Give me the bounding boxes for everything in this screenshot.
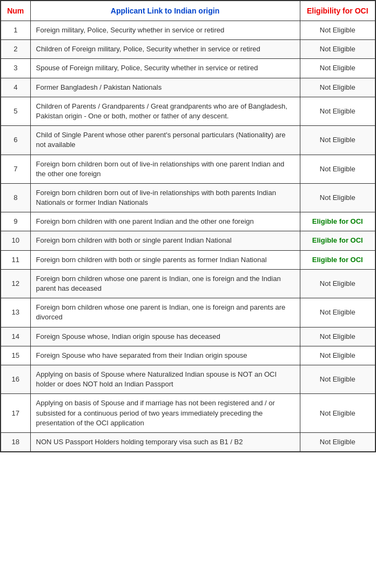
row-eligibility: Not Eligible: [300, 394, 375, 433]
row-num: 13: [1, 298, 30, 327]
row-eligibility: Not Eligible: [300, 269, 375, 298]
row-num: 3: [1, 59, 30, 78]
table-row: 5Children of Parents / Grandparents / Gr…: [1, 97, 375, 125]
row-num: 4: [1, 78, 30, 97]
row-num: 10: [1, 231, 30, 250]
row-description: Foreign born children born out of live-i…: [30, 155, 300, 183]
row-num: 1: [1, 21, 30, 40]
row-eligibility: Not Eligible: [300, 432, 375, 452]
row-eligibility: Eligible for OCI: [300, 231, 375, 250]
row-eligibility: Not Eligible: [300, 78, 375, 97]
row-description: Applying on basis of Spouse and if marri…: [30, 394, 300, 433]
table-row: 16Applying on basis of Spouse where Natu…: [1, 365, 375, 393]
row-num: 7: [1, 155, 30, 183]
table-row: 12Foreign born children whose one parent…: [1, 269, 375, 298]
row-eligibility: Not Eligible: [300, 183, 375, 212]
row-num: 16: [1, 365, 30, 393]
row-num: 9: [1, 212, 30, 231]
row-eligibility: Not Eligible: [300, 346, 375, 365]
table-row: 11Foreign born children with both or sin…: [1, 250, 375, 269]
row-description: NON US Passport Holders holding temporar…: [30, 432, 300, 452]
row-description: Spouse of Foreign military, Police, Secu…: [30, 59, 300, 78]
oci-eligibility-table: Num Applicant Link to Indian origin Elig…: [0, 0, 376, 452]
row-description: Foreign born children born out of live-i…: [30, 183, 300, 212]
table-row: 15Foreign Spouse who have separated from…: [1, 346, 375, 365]
row-description: Foreign born children with both or singl…: [30, 231, 300, 250]
col-header-applicant-link: Applicant Link to Indian origin: [30, 1, 300, 21]
table-row: 3Spouse of Foreign military, Police, Sec…: [1, 59, 375, 78]
table-row: 8Foreign born children born out of live-…: [1, 183, 375, 212]
row-num: 6: [1, 126, 30, 155]
row-description: Applying on basis of Spouse where Natura…: [30, 365, 300, 393]
row-description: Children of Foreign military, Police, Se…: [30, 40, 300, 59]
row-eligibility: Not Eligible: [300, 21, 375, 40]
table-row: 14 Foreign Spouse whose, Indian origin s…: [1, 327, 375, 346]
row-description: Foreign born children whose one parent i…: [30, 298, 300, 327]
row-num: 5: [1, 97, 30, 125]
row-num: 2: [1, 40, 30, 59]
row-num: 18: [1, 432, 30, 452]
row-description: Foreign born children with both or singl…: [30, 250, 300, 269]
row-description: Former Bangladesh / Pakistan Nationals: [30, 78, 300, 97]
table-row: 4Former Bangladesh / Pakistan NationalsN…: [1, 78, 375, 97]
table-row: 1Foreign military, Police, Security whet…: [1, 21, 375, 40]
row-description: Children of Parents / Grandparents / Gre…: [30, 97, 300, 125]
table-row: 7Foreign born children born out of live-…: [1, 155, 375, 183]
row-eligibility: Not Eligible: [300, 126, 375, 155]
col-header-num: Num: [1, 1, 30, 21]
row-eligibility: Not Eligible: [300, 298, 375, 327]
table-row: 10Foreign born children with both or sin…: [1, 231, 375, 250]
row-eligibility: Eligible for OCI: [300, 250, 375, 269]
row-eligibility: Not Eligible: [300, 155, 375, 183]
row-eligibility: Not Eligible: [300, 59, 375, 78]
row-description: Foreign Spouse whose, Indian origin spou…: [30, 327, 300, 346]
row-eligibility: Not Eligible: [300, 97, 375, 125]
table-row: 17Applying on basis of Spouse and if mar…: [1, 394, 375, 433]
row-num: 12: [1, 269, 30, 298]
row-eligibility: Not Eligible: [300, 327, 375, 346]
row-num: 11: [1, 250, 30, 269]
row-num: 8: [1, 183, 30, 212]
table-row: 2Children of Foreign military, Police, S…: [1, 40, 375, 59]
row-description: Foreign military, Police, Security wheth…: [30, 21, 300, 40]
col-header-eligibility: Eligibility for OCI: [300, 1, 375, 21]
row-eligibility: Not Eligible: [300, 40, 375, 59]
table-row: 6Child of Single Parent whose other pare…: [1, 126, 375, 155]
row-num: 15: [1, 346, 30, 365]
table-row: 9Foreign born children with one parent I…: [1, 212, 375, 231]
row-num: 17: [1, 394, 30, 433]
row-num: 14: [1, 327, 30, 346]
row-eligibility: Eligible for OCI: [300, 212, 375, 231]
row-description: Foreign Spouse who have separated from t…: [30, 346, 300, 365]
table-row: 18NON US Passport Holders holding tempor…: [1, 432, 375, 452]
table-row: 13Foreign born children whose one parent…: [1, 298, 375, 327]
row-description: Child of Single Parent whose other paren…: [30, 126, 300, 155]
row-eligibility: Not Eligible: [300, 365, 375, 393]
row-description: Foreign born children with one parent In…: [30, 212, 300, 231]
row-description: Foreign born children whose one parent i…: [30, 269, 300, 298]
